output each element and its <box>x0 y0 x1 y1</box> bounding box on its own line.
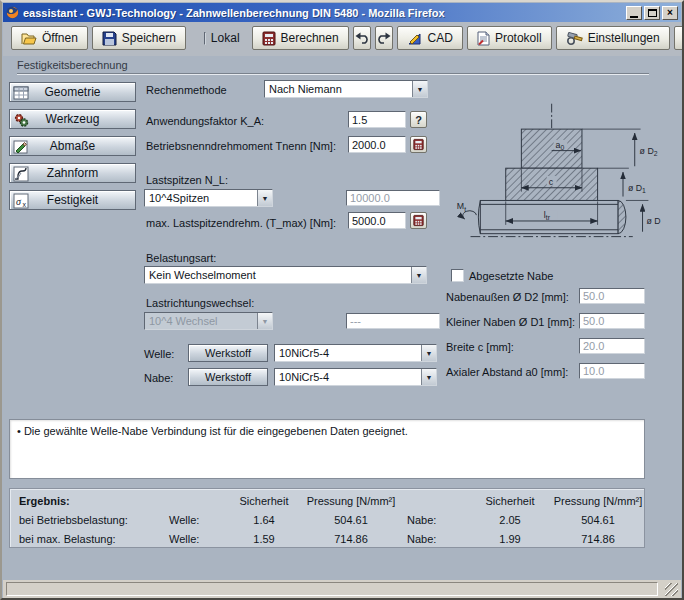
belastungsart-value: Kein Wechselmoment <box>145 267 411 283</box>
sidebar-item-abmasse[interactable]: Abmaße <box>9 136 136 156</box>
ka-input[interactable] <box>348 111 406 128</box>
chevron-down-icon: ▼ <box>257 313 272 329</box>
lastspitzen-count-field <box>346 190 440 206</box>
lastrichtung-count-field <box>346 313 440 329</box>
status-bar <box>3 580 681 599</box>
col-header-sicherheit-nabe: Sicherheit <box>467 495 553 507</box>
torque-mt-label: Mt <box>457 201 466 212</box>
gears-icon <box>13 112 29 128</box>
geometry-grid-icon <box>13 85 29 101</box>
open-button[interactable]: Öffnen <box>11 26 88 50</box>
cad-button[interactable]: CAD <box>397 26 463 50</box>
label-kleiner-naben-d1: Kleiner Naben Ø D1 [mm]: <box>446 316 575 329</box>
title-bar: eassistant - GWJ-Technology - Zahnwellen… <box>3 3 681 22</box>
close-button[interactable]: × <box>662 6 678 20</box>
calculator-icon <box>413 138 424 151</box>
save-button[interactable]: Speichern <box>92 26 186 50</box>
tnenn-input[interactable] <box>348 136 406 153</box>
redo-icon <box>376 32 392 44</box>
message-box: • Die gewählte Welle-Nabe Verbindung ist… <box>9 419 645 479</box>
pencil-tolerance-icon <box>13 139 29 155</box>
shaft-hub-drawing: a0 c ltr ø D2 ø D1 ø D Mt <box>451 98 666 256</box>
chevron-down-icon[interactable]: ▼ <box>411 267 426 283</box>
nabenaussen-d2-field <box>579 288 645 304</box>
main-content: Festigkeitsberechnung Geometrie Werkzeug <box>3 56 681 580</box>
axialer-abstand-a0-field <box>579 363 645 379</box>
welle-werkstoff-button[interactable]: Werkstoff <box>188 344 268 362</box>
belastungsart-combobox[interactable]: Kein Wechselmoment ▼ <box>144 266 427 284</box>
label-anwendungsfaktor: Anwendungsfaktor K_A: <box>146 115 264 128</box>
welle-material-value: 10NiCr5-4 <box>275 345 421 361</box>
section-title: Festigkeitsberechnung <box>17 59 128 72</box>
lastrichtung-combobox: 10^4 Wechsel ▼ <box>144 312 273 330</box>
abgesetzte-nabe-checkbox[interactable] <box>451 269 464 282</box>
document-icon <box>477 31 490 46</box>
chevron-down-icon[interactable]: ▼ <box>421 369 436 385</box>
nabe-material-value: 10NiCr5-4 <box>275 369 421 385</box>
results-row-max-belastung: bei max. Belastung: Welle: 1.59 714.86 N… <box>11 531 643 547</box>
col-header-pressung-welle: Pressung [N/mm²] <box>295 495 407 507</box>
tmax-input[interactable] <box>348 212 406 229</box>
breite-c-field <box>579 338 645 354</box>
protocol-button[interactable]: Protokoll <box>467 26 552 50</box>
window-title: eassistant - GWJ-Technology - Zahnwellen… <box>23 7 624 19</box>
nabe-werkstoff-button[interactable]: Werkstoff <box>188 368 268 386</box>
tmax-calculator-button[interactable] <box>410 212 427 229</box>
undo-button[interactable] <box>353 26 371 50</box>
results-header-row: Ergebnis: Sicherheit Pressung [N/mm²] Si… <box>11 493 643 509</box>
minimize-icon <box>630 16 638 18</box>
calculate-button[interactable]: Berechnen <box>252 26 349 50</box>
label-axialer-abstand-a0: Axialer Abstand a0 [mm]: <box>446 366 568 379</box>
rechenmethode-value: Nach Niemann <box>265 81 412 97</box>
sidebar-item-geometrie[interactable]: Geometrie <box>9 82 136 102</box>
dim-d1-label: ø D1 <box>628 183 646 194</box>
welle-pressung-max: 714.86 <box>295 533 407 545</box>
chevron-down-icon[interactable]: ▼ <box>421 345 436 361</box>
nabe-sicherheit-betrieb: 2.05 <box>467 514 553 526</box>
rechenmethode-combobox[interactable]: Nach Niemann ▼ <box>264 80 428 98</box>
settings-button[interactable]: Einstellungen <box>556 26 670 50</box>
local-checkbox-label: Lokal <box>211 31 240 45</box>
sidebar-item-festigkeit[interactable]: σ x Festigkeit <box>9 190 136 210</box>
label-breite-c: Breite c [mm]: <box>446 341 514 354</box>
results-panel: Ergebnis: Sicherheit Pressung [N/mm²] Si… <box>9 488 645 548</box>
sidebar-item-zahnform[interactable]: Zahnform <box>9 163 136 183</box>
minimize-button[interactable] <box>626 6 642 20</box>
redo-button[interactable] <box>375 26 393 50</box>
lastspitzen-combobox[interactable]: 10^4Spitzen ▼ <box>144 189 273 207</box>
nabe-pressung-max: 714.86 <box>553 533 643 545</box>
label-nabe: Nabe: <box>144 372 173 385</box>
svg-text:x: x <box>23 201 27 208</box>
undo-icon <box>354 32 370 44</box>
tooth-profile-icon <box>13 166 29 182</box>
close-icon: × <box>667 7 673 18</box>
resize-grip[interactable] <box>665 583 678 596</box>
chevron-down-icon[interactable]: ▼ <box>412 81 427 97</box>
welle-pressung-betrieb: 504.61 <box>295 514 407 526</box>
tools-icon <box>566 31 583 46</box>
maximize-button[interactable] <box>644 6 660 20</box>
dim-d2-label: ø D2 <box>640 146 658 157</box>
application-window: eassistant - GWJ-Technology - Zahnwellen… <box>0 0 684 600</box>
tnenn-calculator-button[interactable] <box>410 136 427 153</box>
calculator-icon <box>262 31 276 46</box>
abgesetzte-nabe-label: Abgesetzte Nabe <box>469 270 553 283</box>
nabe-material-combobox[interactable]: 10NiCr5-4 ▼ <box>274 368 437 386</box>
results-title: Ergebnis: <box>11 495 169 507</box>
help-button[interactable]: Hilfe <box>674 26 684 50</box>
section-separator <box>17 73 649 75</box>
sigma-x-icon: σ x <box>13 193 29 209</box>
dim-c-label: c <box>549 177 554 187</box>
sidebar-item-werkzeug[interactable]: Werkzeug <box>9 109 136 129</box>
lastspitzen-value: 10^4Spitzen <box>145 190 257 206</box>
ka-help-button[interactable]: ? <box>410 111 427 128</box>
cad-icon <box>407 31 423 46</box>
chevron-down-icon[interactable]: ▼ <box>257 190 272 206</box>
welle-sicherheit-betrieb: 1.64 <box>233 514 295 526</box>
welle-material-combobox[interactable]: 10NiCr5-4 ▼ <box>274 344 437 362</box>
label-nabenaussen-d2: Nabenaußen Ø D2 [mm]: <box>446 291 569 304</box>
question-mark-icon: ? <box>415 114 422 126</box>
local-checkbox[interactable] <box>204 32 206 45</box>
label-welle: Welle: <box>144 348 174 361</box>
nabe-sicherheit-max: 1.99 <box>467 533 553 545</box>
